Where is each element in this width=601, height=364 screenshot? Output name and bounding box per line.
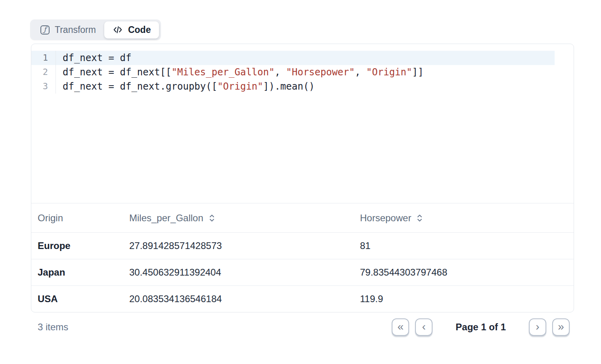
horsepower-cell: 79.83544303797468 xyxy=(354,259,574,285)
code-line-text: df_next = df_next[["Miles_per_Gallon", "… xyxy=(56,65,423,79)
miles-per-gallon-cell: 20.083534136546184 xyxy=(123,286,354,312)
table-row: Japan30.45063291139240479.83544303797468 xyxy=(31,259,574,285)
table-row: USA20.083534136546184119.9 xyxy=(31,285,574,312)
code-line[interactable]: 1df_next = df xyxy=(31,51,555,65)
horsepower-cell: 119.9 xyxy=(354,286,574,312)
view-toggle: ƒ Transform Code xyxy=(30,19,161,40)
origin-cell: Japan xyxy=(31,259,123,285)
column-header-origin: Origin xyxy=(31,203,123,232)
tab-transform[interactable]: ƒ Transform xyxy=(32,21,104,38)
column-header-label: Horsepower xyxy=(360,213,411,224)
tab-code-label: Code xyxy=(128,25,151,35)
code-line-text: df_next = df_next.groupby(["Origin"]).me… xyxy=(56,79,315,94)
page-indicator: Page 1 of 1 xyxy=(456,322,506,333)
code-and-results-card: 1df_next = df2df_next = df_next[["Miles_… xyxy=(31,44,574,312)
code-line[interactable]: 3df_next = df_next.groupby(["Origin"]).m… xyxy=(31,79,555,94)
line-number: 1 xyxy=(31,51,56,65)
double-chevron-right-icon: » xyxy=(558,321,564,332)
tab-transform-label: Transform xyxy=(55,25,96,35)
pager: « ‹ Page 1 of 1 › » xyxy=(392,318,570,336)
code-line[interactable]: 2df_next = df_next[["Miles_per_Gallon", … xyxy=(31,65,555,79)
prev-page-button[interactable]: ‹ xyxy=(415,318,433,336)
function-icon: ƒ xyxy=(40,25,50,34)
table-row: Europe27.89142857142857381 xyxy=(31,232,574,259)
pagination-bar: 3 items « ‹ Page 1 of 1 › » xyxy=(31,318,574,336)
column-header-miles_per_gallon[interactable]: Miles_per_Gallon xyxy=(123,203,354,232)
sort-icon[interactable] xyxy=(417,214,423,222)
results-table: OriginMiles_per_GallonHorsepower Europe2… xyxy=(31,203,574,312)
chevron-left-icon: ‹ xyxy=(422,321,426,332)
chevron-right-icon: › xyxy=(536,321,539,332)
first-page-button[interactable]: « xyxy=(392,318,409,336)
table-body: Europe27.89142857142857381Japan30.450632… xyxy=(31,232,574,312)
code-line-text: df_next = df xyxy=(56,51,131,65)
column-header-horsepower[interactable]: Horsepower xyxy=(354,203,574,232)
column-header-label: Origin xyxy=(38,213,63,224)
tab-code[interactable]: Code xyxy=(104,21,159,38)
code-editor[interactable]: 1df_next = df2df_next = df_next[["Miles_… xyxy=(31,44,574,203)
origin-cell: Europe xyxy=(31,233,123,259)
horsepower-cell: 81 xyxy=(354,233,574,259)
miles-per-gallon-cell: 30.450632911392404 xyxy=(123,259,354,285)
sort-icon[interactable] xyxy=(209,214,215,222)
line-number: 2 xyxy=(31,65,56,79)
items-count: 3 items xyxy=(38,322,68,333)
column-header-label: Miles_per_Gallon xyxy=(129,213,203,224)
table-header-row: OriginMiles_per_GallonHorsepower xyxy=(31,203,574,232)
double-chevron-left-icon: « xyxy=(397,321,404,332)
line-number: 3 xyxy=(31,79,56,94)
miles-per-gallon-cell: 27.891428571428573 xyxy=(123,233,354,259)
next-page-button[interactable]: › xyxy=(529,318,546,336)
last-page-button[interactable]: » xyxy=(552,318,570,336)
code-icon xyxy=(113,25,123,35)
origin-cell: USA xyxy=(31,286,123,312)
